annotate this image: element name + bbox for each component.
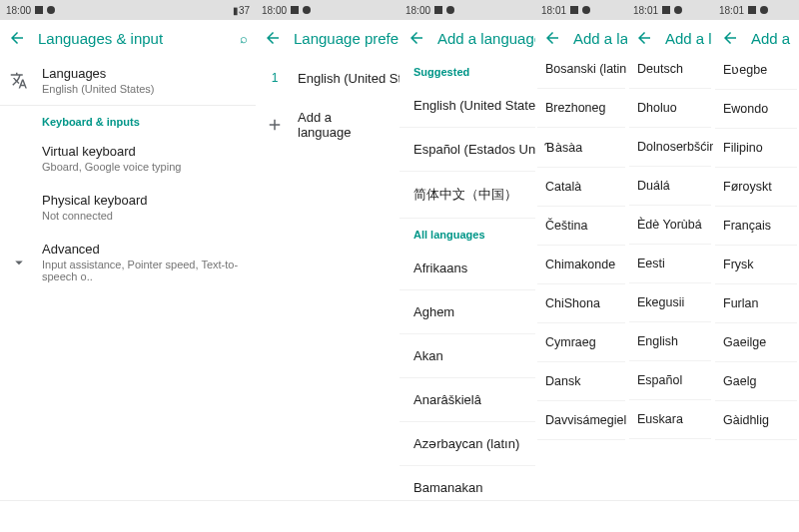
language-item[interactable]: Duálá — [629, 167, 711, 206]
language-item[interactable]: Español — [629, 361, 711, 400]
language-item[interactable]: Català — [537, 168, 625, 207]
physical-keyboard-row[interactable]: Physical keyboard Not connected — [0, 183, 256, 232]
language-name: English (United States) — [298, 71, 400, 86]
language-item[interactable]: Eʋegbe — [715, 56, 797, 90]
status-bar: 18:01 — [535, 0, 627, 20]
screen-add-language-4: 18:01 Add a Eʋegbe Ewondo Filipino Føroy… — [713, 0, 799, 532]
language-item[interactable]: Dansk — [537, 362, 625, 401]
app-bar: Language prefere — [256, 20, 400, 56]
nav-bar — [535, 501, 799, 532]
language-item[interactable]: Euskara — [629, 400, 711, 439]
status-icon — [748, 6, 756, 14]
status-bar: 18:01 — [627, 0, 713, 20]
app-bar: Add a — [713, 20, 799, 56]
language-item[interactable]: Ekegusii — [629, 283, 711, 322]
add-language-label: Add a language — [298, 110, 388, 140]
language-item[interactable]: Bosanski (latinica) — [537, 56, 625, 89]
status-bar: 18:01 — [713, 0, 799, 20]
status-icon — [291, 6, 299, 14]
status-icon — [662, 6, 670, 14]
language-item[interactable]: English — [629, 322, 711, 361]
language-item[interactable]: Afrikaans — [400, 247, 535, 290]
screen-language-preferences: 18:00 Language prefere 1 English (United… — [256, 0, 400, 532]
screen-add-language-3: 18:01 Add a l Deutsch Dholuo Dolnoserbšć… — [627, 0, 713, 532]
language-item[interactable]: Davvisámegiella — [537, 401, 625, 440]
language-item[interactable]: Aghem — [400, 290, 535, 334]
back-icon[interactable] — [635, 29, 653, 47]
advanced-row[interactable]: Advanced Input assistance, Pointer speed… — [0, 232, 256, 292]
screen-languages-input: 18:00 ▮37 Languages & input ⌕ Languages … — [0, 0, 256, 532]
page-title: Add a — [751, 30, 790, 47]
virtual-keyboard-row[interactable]: Virtual keyboard Gboard, Google voice ty… — [0, 134, 256, 183]
section-keyboard-inputs: Keyboard & inputs — [0, 106, 256, 134]
status-time: 18:01 — [719, 5, 744, 16]
language-item[interactable]: English (United States) — [400, 84, 535, 128]
back-icon[interactable] — [407, 29, 425, 47]
page-title: Language prefere — [294, 30, 400, 47]
language-item[interactable]: Akan — [400, 334, 535, 378]
chevron-down-icon — [10, 254, 28, 271]
language-item[interactable]: Español (Estados Unidos) — [400, 128, 535, 172]
status-time: 18:01 — [633, 5, 658, 16]
language-item[interactable]: Èdè Yorùbá — [629, 206, 711, 245]
language-item[interactable]: ChiShona — [537, 284, 625, 323]
language-item[interactable]: Čeština — [537, 207, 625, 246]
language-item[interactable]: Eesti — [629, 245, 711, 283]
page-title: Add a lan — [573, 30, 627, 47]
language-row[interactable]: 1 English (United States) — [256, 56, 400, 100]
language-item[interactable]: Filipino — [715, 129, 797, 168]
language-item[interactable]: Anarâškielâ — [400, 378, 535, 422]
languages-row[interactable]: Languages English (United States) — [0, 56, 256, 105]
status-time: 18:00 — [6, 5, 31, 16]
language-item[interactable]: Dholuo — [629, 89, 711, 128]
language-item[interactable]: Furlan — [715, 284, 797, 323]
translate-icon — [10, 72, 28, 90]
status-icon — [303, 6, 311, 14]
back-icon[interactable] — [264, 29, 282, 47]
language-item[interactable]: Føroyskt — [715, 168, 797, 207]
app-bar: Add a l — [627, 20, 713, 56]
status-time: 18:00 — [405, 5, 430, 16]
row-subtitle: Not connected — [42, 210, 244, 222]
row-subtitle: Input assistance, Pointer speed, Text-to… — [42, 259, 244, 282]
language-item[interactable]: Azərbaycan (latın) — [400, 422, 535, 466]
index-label: 1 — [266, 69, 284, 87]
language-item[interactable]: Chimakonde — [537, 246, 625, 284]
language-item[interactable]: Cymraeg — [537, 323, 625, 362]
nav-bar — [0, 501, 256, 532]
back-icon[interactable] — [8, 29, 26, 47]
app-bar: Languages & input ⌕ — [0, 20, 256, 56]
status-icon — [674, 6, 682, 14]
status-icon — [582, 6, 590, 14]
search-icon[interactable]: ⌕ — [240, 31, 248, 46]
nav-bar — [256, 501, 535, 532]
status-icon — [35, 6, 43, 14]
row-title: Languages — [42, 66, 244, 81]
language-item[interactable]: 简体中文（中国） — [400, 172, 535, 219]
language-item[interactable]: Gaeilge — [715, 323, 797, 362]
section-suggested: Suggested — [400, 56, 535, 84]
screen-add-language-2: 18:01 Add a lan Bosanski (latinica) Brez… — [535, 0, 627, 532]
add-language-row[interactable]: Add a language — [256, 100, 400, 150]
language-item[interactable]: Brezhoneg — [537, 89, 625, 128]
plus-icon — [266, 116, 284, 134]
status-icon — [760, 6, 768, 14]
back-icon[interactable] — [721, 29, 739, 47]
status-bar: 18:00 — [256, 0, 400, 20]
language-item[interactable]: Frysk — [715, 246, 797, 284]
back-icon[interactable] — [543, 29, 561, 47]
language-item[interactable]: Français — [715, 207, 797, 246]
language-item[interactable]: Ewondo — [715, 90, 797, 129]
language-item[interactable]: Ɓàsàa — [537, 128, 625, 168]
section-all-languages: All languages — [400, 219, 535, 247]
language-item[interactable]: Bamanakan — [400, 466, 535, 500]
status-icon — [434, 6, 442, 14]
app-bar: Add a language — [400, 20, 535, 56]
status-time: 18:00 — [262, 5, 287, 16]
language-item[interactable]: Deutsch — [629, 56, 711, 89]
app-bar: Add a lan — [535, 20, 627, 56]
status-time: 18:01 — [541, 5, 566, 16]
language-item[interactable]: Dolnoserbšćina — [629, 128, 711, 167]
language-item[interactable]: Gaelg — [715, 362, 797, 401]
language-item[interactable]: Gàidhlig — [715, 401, 797, 440]
